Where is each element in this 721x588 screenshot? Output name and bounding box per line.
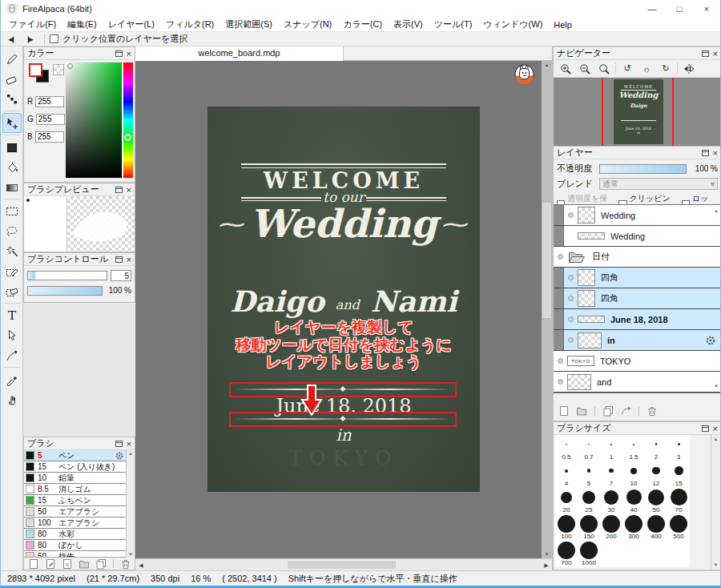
size-cell[interactable]: 12 <box>645 461 667 488</box>
brush-opacity-slider[interactable] <box>27 286 103 296</box>
brush-row[interactable]: 80水彩 <box>24 529 135 540</box>
scroll-down-icon[interactable]: ▼ <box>714 384 719 389</box>
canvas-area[interactable]: WELCOME to our ~ Wedding ~ Daigo and Nam… <box>135 61 552 558</box>
scroll-right-icon[interactable]: ▶ <box>541 559 552 571</box>
text-tool[interactable]: T <box>2 305 22 325</box>
close-panel-icon[interactable]: × <box>713 425 718 433</box>
edit-brush-icon[interactable] <box>44 558 57 570</box>
brush-row[interactable]: 50エアブラシ <box>24 506 135 518</box>
add-brush-icon[interactable] <box>27 558 40 570</box>
operation-tool[interactable] <box>2 325 22 345</box>
saturation-value-picker[interactable] <box>66 62 122 178</box>
foreground-color-swatch[interactable] <box>29 63 42 77</box>
zoom-in-icon[interactable] <box>558 62 574 76</box>
duplicate-layer-icon[interactable] <box>602 405 614 417</box>
menu-color[interactable]: カラー(C) <box>337 18 388 30</box>
close-panel-icon[interactable]: × <box>127 440 131 448</box>
layer-row[interactable]: TOKYO TOKYO <box>554 351 721 372</box>
brush-list-scrollbar[interactable]: ▲ ▼ <box>126 450 135 558</box>
close-panel-icon[interactable]: × <box>127 50 131 58</box>
add-layer-icon[interactable] <box>558 405 570 417</box>
float-panel-icon[interactable] <box>702 425 709 432</box>
canvas-vertical-scrollbar[interactable]: ▲ ▼ <box>542 61 552 558</box>
float-panel-icon[interactable] <box>115 50 123 57</box>
size-cell[interactable]: 50 <box>645 488 667 514</box>
collapse-right-button[interactable]: |▶ <box>20 35 39 43</box>
brush-row-pen[interactable]: 5 ペン <box>24 450 135 461</box>
scroll-down-icon[interactable]: ▼ <box>542 552 552 557</box>
flip-horizontal-icon[interactable] <box>681 62 697 76</box>
scroll-down-icon[interactable]: ▼ <box>128 552 133 557</box>
document-tab[interactable]: welcome_board.mdp <box>135 46 344 61</box>
transparent-color-swatch[interactable] <box>53 64 64 75</box>
visibility-toggle[interactable] <box>564 212 578 218</box>
brush-row[interactable]: 10鉛筆 <box>24 473 135 484</box>
brush-row[interactable]: 100エアブラシ <box>24 518 135 529</box>
size-cell[interactable]: 4 <box>555 461 578 488</box>
bucket-tool[interactable] <box>2 157 22 177</box>
brush-size-scrollbar[interactable]: ▲ ▼ <box>711 435 720 569</box>
zoom-reset-icon[interactable] <box>596 62 612 76</box>
float-panel-icon[interactable] <box>115 187 123 193</box>
float-panel-icon[interactable] <box>702 150 709 156</box>
canvas-horizontal-scrollbar[interactable]: ◀ ▶ <box>135 558 552 570</box>
layer-row-selected[interactable]: June 18, 2018 <box>554 309 721 330</box>
visibility-toggle[interactable] <box>554 358 567 364</box>
menu-filter[interactable]: フィルタ(R) <box>160 18 220 30</box>
float-panel-icon[interactable] <box>115 441 123 447</box>
close-button[interactable]: × <box>693 0 720 18</box>
visibility-toggle[interactable] <box>564 337 578 343</box>
menu-tool[interactable]: ツール(T) <box>429 18 478 30</box>
curve-tool[interactable] <box>2 345 22 365</box>
scroll-up-icon[interactable]: ▲ <box>542 62 552 67</box>
magic-wand-tool[interactable] <box>2 241 22 261</box>
size-cell[interactable]: 7 <box>600 461 622 488</box>
gradient-tool[interactable] <box>2 177 22 197</box>
size-cell[interactable]: 150 <box>578 514 600 541</box>
size-cell[interactable]: 10 <box>622 461 645 488</box>
close-panel-icon[interactable]: × <box>127 256 131 264</box>
size-cell[interactable]: 100 <box>555 514 578 541</box>
scroll-up-icon[interactable]: ▲ <box>714 208 719 213</box>
vertical-scroll-thumb[interactable] <box>542 203 551 318</box>
hue-slider[interactable] <box>123 62 133 178</box>
select-rect-tool[interactable] <box>2 201 22 221</box>
reset-rotation-icon[interactable]: ☼ <box>638 62 655 76</box>
layer-row[interactable]: and ▼ <box>554 372 721 393</box>
visibility-toggle[interactable] <box>554 379 567 385</box>
size-cell[interactable]: 30 <box>600 488 622 514</box>
menu-window[interactable]: ウィンドウ(W) <box>477 18 548 30</box>
size-cell[interactable]: 40 <box>622 488 645 514</box>
lasso-tool[interactable] <box>2 221 22 241</box>
brush-width-slider[interactable] <box>27 271 107 280</box>
layer-row[interactable]: Wedding <box>554 226 721 247</box>
size-cell[interactable]: 0.7 <box>578 435 600 461</box>
dot-tool[interactable] <box>2 89 22 109</box>
size-cell[interactable]: 0.5 <box>555 435 578 461</box>
size-cell[interactable]: 20 <box>555 488 578 514</box>
delete-brush-icon[interactable] <box>119 558 132 570</box>
brush-folder-icon[interactable] <box>78 558 91 570</box>
menu-edit[interactable]: 編集(E) <box>62 18 103 30</box>
size-cell[interactable]: 200 <box>600 514 622 541</box>
size-cell[interactable]: 400 <box>645 514 667 541</box>
size-cell[interactable]: 5 <box>578 461 600 488</box>
gear-icon[interactable] <box>115 451 124 461</box>
visibility-toggle[interactable] <box>554 254 567 260</box>
blue-input[interactable] <box>35 131 64 143</box>
float-panel-icon[interactable] <box>702 50 709 57</box>
menu-help[interactable]: Help <box>548 20 578 30</box>
menu-snap[interactable]: スナップ(N) <box>278 18 337 30</box>
brush-row[interactable]: 8.5消しゴム <box>24 484 135 495</box>
horizontal-scroll-thumb[interactable] <box>288 561 396 569</box>
size-cell[interactable]: 25 <box>578 488 600 514</box>
menu-view[interactable]: 表示(V) <box>388 18 429 30</box>
rotate-ccw-icon[interactable]: ↺ <box>619 62 635 76</box>
eraser-tool[interactable] <box>2 69 22 89</box>
merge-layer-icon[interactable] <box>619 405 632 417</box>
delete-layer-icon[interactable] <box>646 405 659 417</box>
size-cell[interactable]: 2 <box>645 435 667 461</box>
size-cell[interactable]: 300 <box>622 514 645 541</box>
script-brush-icon[interactable]: s <box>61 558 74 570</box>
scroll-up-icon[interactable]: ▲ <box>128 451 133 456</box>
